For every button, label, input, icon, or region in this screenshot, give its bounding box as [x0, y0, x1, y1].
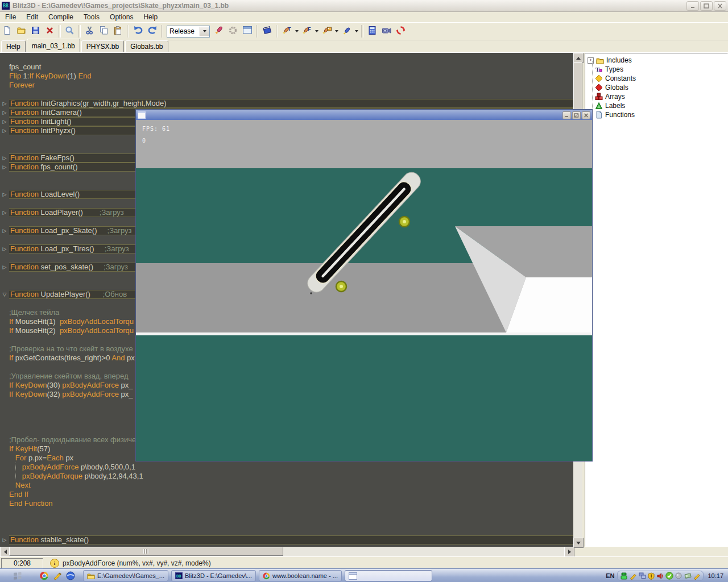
shield-warning-icon[interactable] — [647, 572, 655, 580]
windows-flag-icon[interactable] — [13, 571, 22, 581]
tree-item-constants[interactable]: Constants — [585, 74, 727, 83]
tab-physx[interactable]: PHYSX.bb — [81, 40, 124, 52]
game-minimize-button[interactable] — [562, 111, 571, 119]
quick-help-button[interactable] — [340, 24, 354, 39]
redo-button[interactable] — [145, 24, 159, 39]
horizontal-scroll-thumb[interactable] — [9, 547, 283, 556]
code-line[interactable]: ▷Function stabile_skate() — [0, 535, 573, 544]
fold-marker-icon[interactable]: ▷ — [0, 153, 9, 163]
code-line[interactable] — [0, 90, 573, 99]
minimize-button[interactable] — [686, 1, 699, 11]
fold-marker-icon[interactable]: ▷ — [0, 190, 9, 199]
close-button[interactable] — [714, 1, 726, 11]
tree-item-arrays[interactable]: Arrays — [585, 92, 727, 101]
code-line[interactable]: pxBodyAddTorque p\body,12,94,43,1 — [0, 472, 573, 481]
help-book-button[interactable] — [260, 24, 274, 39]
fold-marker-icon[interactable]: ▷ — [0, 117, 9, 126]
copy-button[interactable] — [97, 24, 111, 39]
media-tool-button[interactable] — [379, 24, 394, 39]
undo-button[interactable] — [131, 24, 145, 39]
chevron-down-icon[interactable] — [335, 30, 338, 32]
close-file-button[interactable] — [43, 24, 57, 39]
quick-help-image-button[interactable] — [320, 24, 334, 39]
fold-marker-icon[interactable]: ▽ — [0, 290, 9, 299]
network-icon[interactable] — [638, 572, 646, 580]
blitz3d-game-window[interactable]: FPS: 61 0 — [135, 109, 593, 462]
code-line[interactable]: End If — [0, 490, 573, 499]
game-viewport[interactable]: FPS: 61 0 — [136, 120, 592, 461]
fold-marker-icon[interactable]: ▷ — [0, 244, 9, 253]
cut-button[interactable] — [82, 24, 97, 39]
scroll-right-button[interactable] — [564, 547, 574, 557]
code-line[interactable] — [0, 526, 573, 535]
brush-icon[interactable] — [629, 572, 637, 580]
quick-help-t-button[interactable]: T — [280, 24, 294, 39]
fold-marker-icon[interactable]: ▷ — [0, 226, 9, 235]
code-line[interactable]: fps_count — [0, 63, 573, 72]
fold-marker-icon[interactable]: ▷ — [0, 163, 9, 172]
scroll-down-button[interactable] — [573, 538, 584, 548]
chevron-down-icon[interactable] — [315, 30, 318, 32]
tab-main-03-1[interactable]: main_03_1.bb — [27, 39, 80, 52]
chevron-down-icon[interactable] — [295, 30, 299, 32]
find-button[interactable] — [63, 24, 77, 39]
fold-marker-icon[interactable]: ▷ — [0, 99, 9, 108]
game-maximize-button[interactable] — [572, 111, 581, 119]
game-close-button[interactable] — [582, 111, 590, 119]
save-file-button[interactable] — [28, 24, 43, 39]
fold-marker-icon[interactable]: ▷ — [0, 535, 9, 544]
maximize-button[interactable] — [700, 1, 713, 11]
code-line[interactable] — [0, 517, 573, 526]
code-line[interactable]: Forever — [0, 81, 573, 90]
taskbar-task-blitz3d[interactable]: BB Blitz3D - E:\Gamedev\... — [171, 570, 256, 581]
brush2-icon[interactable] — [693, 572, 701, 580]
game-window-titlebar[interactable] — [136, 110, 592, 120]
fold-marker-icon[interactable]: ▷ — [0, 208, 9, 217]
menu-help[interactable]: Help — [138, 13, 163, 22]
calculator-button[interactable] — [365, 24, 379, 39]
blue-app-icon[interactable] — [65, 571, 75, 581]
refresh-button[interactable] — [394, 24, 408, 39]
tree-item-globals[interactable]: Globals — [585, 83, 727, 92]
menu-file[interactable]: File — [0, 13, 21, 22]
taskbar-task-explorer[interactable]: E:\Gamedev\!Games_... — [83, 570, 168, 581]
chevron-down-icon[interactable] — [355, 30, 358, 32]
code-line[interactable]: pxBodyAddForce p\body,0,500,0,1 — [0, 463, 573, 472]
card-reader-icon[interactable] — [684, 572, 692, 580]
code-line[interactable] — [0, 508, 573, 517]
fold-marker-icon[interactable]: ▷ — [0, 263, 9, 272]
debug-button[interactable] — [226, 24, 240, 39]
green-device-icon[interactable] — [620, 572, 628, 580]
build-mode-select[interactable]: Release — [167, 26, 210, 38]
gray-ball-icon[interactable] — [675, 572, 682, 580]
menu-options[interactable]: Options — [105, 13, 138, 22]
menu-tools[interactable]: Tools — [78, 13, 105, 22]
quick-help-f-button[interactable]: F — [300, 24, 314, 39]
menu-compile[interactable]: Compile — [43, 13, 78, 22]
code-line[interactable]: ▷Function InitGraphics(gr_width,gr_heigh… — [0, 99, 573, 108]
tree-item-types[interactable]: T Types — [585, 65, 727, 74]
fold-marker-icon[interactable]: ▷ — [0, 126, 9, 135]
menu-edit[interactable]: Edit — [21, 13, 43, 22]
open-file-button[interactable] — [14, 24, 28, 39]
code-line[interactable]: End Function — [0, 499, 573, 508]
tab-globals[interactable]: Globals.bb — [125, 40, 168, 52]
run-program-button[interactable] — [212, 24, 226, 39]
tray-clock[interactable]: 10:17 — [708, 572, 723, 579]
fold-marker-icon[interactable]: ▷ — [0, 108, 9, 117]
speaker-icon[interactable] — [656, 572, 664, 580]
taskbar-task-game-window[interactable] — [345, 570, 432, 581]
code-line[interactable]: Flip 1:If KeyDown(1) End — [0, 72, 573, 81]
paint-brush-icon[interactable] — [52, 571, 62, 581]
paste-button[interactable] — [111, 24, 125, 39]
tab-help[interactable]: Help — [1, 40, 26, 52]
window-mode-button[interactable] — [240, 24, 254, 39]
new-file-button[interactable] — [0, 24, 14, 39]
green-check-icon[interactable] — [665, 572, 673, 580]
build-mode-dropdown-button[interactable] — [200, 27, 209, 36]
language-indicator[interactable]: EN — [606, 572, 614, 579]
tree-item-labels[interactable]: Labels — [585, 101, 727, 110]
tree-item-includes[interactable]: + Includes — [585, 56, 727, 65]
tree-item-functions[interactable]: Functions — [585, 110, 727, 119]
chrome-icon[interactable] — [39, 571, 49, 581]
